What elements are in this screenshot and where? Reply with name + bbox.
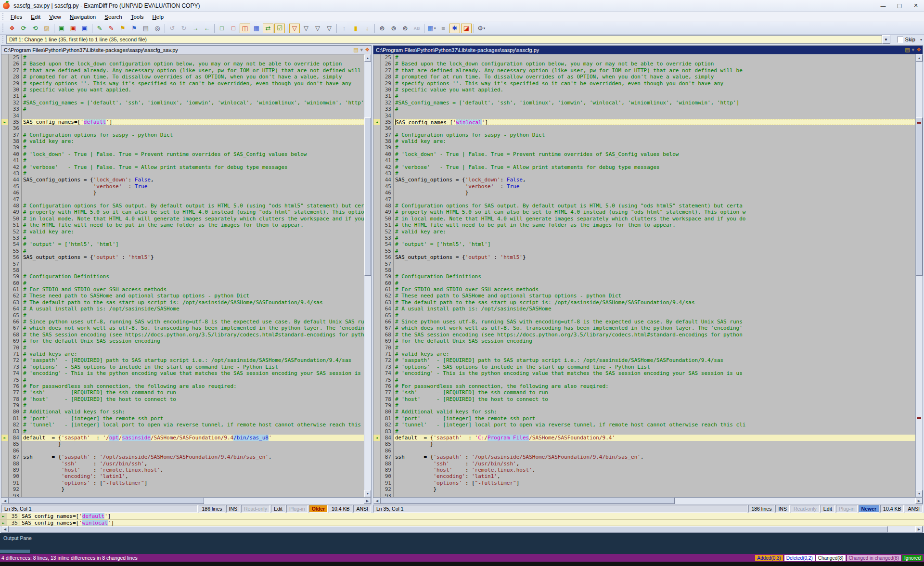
- first-diff-icon[interactable]: ↑: [339, 24, 349, 33]
- code-line[interactable]: 37# Configuration options for saspy - py…: [1, 132, 364, 138]
- code-line[interactable]: 85 }: [1, 441, 364, 447]
- maximize-button[interactable]: ▢: [891, 0, 908, 11]
- code-line[interactable]: 89 'host' : 'remote.linux.host',: [373, 467, 915, 473]
- flag-first-icon[interactable]: ⚑: [117, 24, 128, 33]
- split-view-icon[interactable]: ▦: [251, 24, 262, 33]
- right-vertical-scrollbar[interactable]: ▲ ▼: [915, 54, 923, 497]
- open-folder-icon[interactable]: ▨: [41, 24, 52, 33]
- code-line[interactable]: ►35SAS_config_names=['default']: [1, 119, 364, 125]
- auto-recompare-icon[interactable]: ☑: [274, 24, 285, 33]
- line-numbers-icon[interactable]: ≡: [438, 24, 449, 33]
- code-line[interactable]: 69# for the default Unix SAS session enc…: [1, 338, 364, 344]
- code-line[interactable]: 28# prompted for at run time. To dissall…: [373, 74, 915, 80]
- scroll-left-icon[interactable]: ◀: [1, 498, 9, 504]
- code-line[interactable]: 71# valid keys are:: [373, 351, 915, 357]
- panes-layout-icon[interactable]: ▦▾: [426, 24, 437, 33]
- code-line[interactable]: 69# for the default Unix SAS session enc…: [373, 338, 915, 344]
- code-line[interactable]: 66# Since python uses utf-8, running SAS…: [1, 319, 364, 325]
- code-line[interactable]: 64# A usual install path is: /opt/sasins…: [373, 306, 915, 312]
- code-line[interactable]: 34: [1, 113, 364, 119]
- copy-path-icon[interactable]: ▤: [905, 47, 910, 53]
- code-line[interactable]: 31#: [373, 93, 915, 99]
- code-line[interactable]: 32#SAS_config_names = ['default', 'ssh',…: [373, 100, 915, 106]
- code-line[interactable]: 28# prompted for at run time. To dissall…: [1, 74, 364, 80]
- plugins-icon[interactable]: ✱: [449, 24, 460, 33]
- code-line[interactable]: ◄35SAS_config_names=['winlocal']: [373, 119, 915, 125]
- code-line[interactable]: 58: [373, 267, 915, 273]
- settings-icon[interactable]: ⚙▾: [476, 24, 487, 33]
- code-line[interactable]: 77# 'ssh' - [REQUIRED] the ssh command t…: [1, 389, 364, 396]
- code-line[interactable]: 55#: [373, 248, 915, 254]
- code-line[interactable]: 62# These need path to SASHome and optio…: [373, 293, 915, 299]
- show-identical-icon[interactable]: □: [217, 24, 227, 33]
- code-line[interactable]: 76# For passwordless ssh connection, the…: [373, 383, 915, 389]
- code-line[interactable]: 41#: [373, 157, 915, 164]
- code-line[interactable]: 68# the SAS session encoding (see https:…: [373, 332, 915, 338]
- search-icon[interactable]: ◎: [152, 24, 163, 33]
- print-icon[interactable]: ▤: [141, 24, 151, 33]
- recompare-icon[interactable]: ⟲: [30, 24, 40, 33]
- code-line[interactable]: 67# which does not work well as utf-8. S…: [373, 325, 915, 331]
- code-line[interactable]: 88 'ssh' : '/usr/bin/ssh',: [1, 461, 364, 467]
- code-line[interactable]: 51# the HTML file will need to be put in…: [1, 222, 364, 228]
- skip-caret-icon[interactable]: ▾: [920, 38, 922, 42]
- code-line[interactable]: 68# the SAS session encoding (see https:…: [1, 332, 364, 338]
- scroll-up-icon[interactable]: ▲: [916, 54, 923, 62]
- scroll-left-icon[interactable]: ◀: [1, 526, 9, 532]
- code-line[interactable]: 40# 'lock_down' - True | False. True = P…: [373, 151, 915, 157]
- code-line[interactable]: 42# 'verbose' - True | False. True = All…: [1, 164, 364, 170]
- code-line[interactable]: 90 'encoding': 'latin1',: [373, 473, 915, 479]
- code-line[interactable]: 50# in local mode. Note that HTML 4.0 wi…: [373, 216, 915, 222]
- header-caret-icon[interactable]: ▾: [912, 47, 915, 53]
- code-line[interactable]: 36: [373, 125, 915, 131]
- filter-deleted-icon[interactable]: ▽: [312, 24, 323, 33]
- code-line[interactable]: 83#: [373, 428, 915, 435]
- code-line[interactable]: 60#: [373, 280, 915, 286]
- code-line[interactable]: 52# valid key are:: [1, 229, 364, 235]
- code-line[interactable]: 90 'encoding': 'latin1',: [1, 473, 364, 479]
- code-line[interactable]: 43#: [373, 170, 915, 177]
- diff-pane-scrollbar[interactable]: ◀ ▶: [1, 526, 923, 533]
- diff-snippet-row[interactable]: ►35SAS_config_names=['winlocal']: [0, 520, 924, 527]
- code-line[interactable]: 65#: [1, 312, 364, 319]
- prev-difference-icon[interactable]: ←: [202, 24, 212, 33]
- find-next-icon[interactable]: ⊚: [388, 24, 399, 33]
- code-line[interactable]: 30# specific value you want applied.: [373, 87, 915, 93]
- menu-help[interactable]: Help: [148, 13, 168, 21]
- scroll-left-icon[interactable]: ◀: [373, 498, 381, 504]
- code-line[interactable]: 78# 'host' - [REQUIRED] the host to conn…: [1, 396, 364, 402]
- code-line[interactable]: 41#: [1, 157, 364, 164]
- filter-all-icon[interactable]: ▽: [289, 24, 300, 33]
- code-line[interactable]: 59# Configuration Definitions: [1, 273, 364, 280]
- code-line[interactable]: 82# 'tunnel' - [integer] local port to o…: [373, 422, 915, 428]
- code-line[interactable]: 65#: [373, 312, 915, 319]
- code-line[interactable]: 55#: [1, 248, 364, 254]
- current-diff-icon[interactable]: ▮: [350, 24, 361, 33]
- code-line[interactable]: 72# 'saspath' - [REQUIRED] path to SAS s…: [373, 357, 915, 363]
- examdiff-file-icon[interactable]: ❖: [916, 47, 921, 53]
- code-line[interactable]: 54# 'output' = ['html5', 'html']: [1, 241, 364, 247]
- code-line[interactable]: 39#: [373, 144, 915, 151]
- code-line[interactable]: 93: [373, 493, 915, 497]
- code-line[interactable]: 74# 'encoding' - This is the python enco…: [1, 370, 364, 376]
- menu-navigation[interactable]: Navigation: [65, 13, 100, 21]
- code-line[interactable]: 56SAS_output_options = {'output' : 'html…: [1, 254, 364, 260]
- code-line[interactable]: 62# These need path to SASHome and optio…: [1, 293, 364, 299]
- editor-options-icon[interactable]: ◪: [461, 24, 472, 33]
- left-pane-header[interactable]: C:\Program Files\Python\Python37\Lib\sit…: [1, 45, 372, 54]
- code-line[interactable]: 86: [373, 448, 915, 454]
- code-line[interactable]: 48# Configuration options for SAS output…: [1, 203, 364, 209]
- code-line[interactable]: 60#: [1, 280, 364, 286]
- code-line[interactable]: ►84default = {'saspath' : '/opt/sasinsid…: [1, 435, 364, 441]
- filter-changed-icon[interactable]: ▽: [324, 24, 334, 33]
- compare-files-icon[interactable]: ❖: [7, 24, 17, 33]
- skip-checkbox[interactable]: [897, 37, 903, 43]
- find-icon[interactable]: ⊚: [377, 24, 387, 33]
- scroll-right-icon[interactable]: ▶: [364, 498, 371, 504]
- code-line[interactable]: 37# Configuration options for saspy - py…: [373, 132, 915, 138]
- undo-icon[interactable]: ↺: [167, 24, 178, 33]
- scroll-right-icon[interactable]: ▶: [915, 498, 923, 504]
- copy-path-icon[interactable]: ▤: [353, 47, 358, 53]
- scroll-down-icon[interactable]: ▼: [364, 490, 371, 497]
- minimize-button[interactable]: —: [875, 0, 891, 11]
